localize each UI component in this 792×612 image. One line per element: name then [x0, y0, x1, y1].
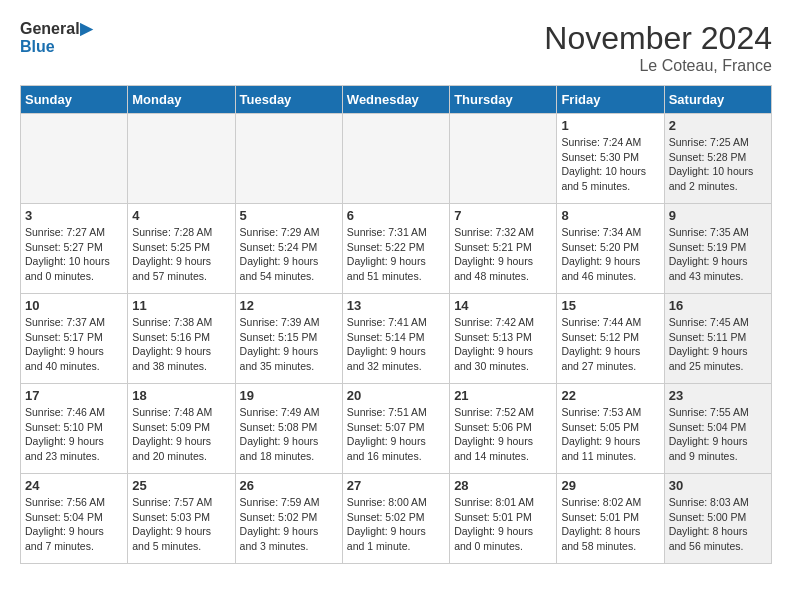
day-info: Sunrise: 7:55 AM Sunset: 5:04 PM Dayligh… [669, 405, 767, 464]
day-number: 3 [25, 208, 123, 223]
calendar-cell: 20Sunrise: 7:51 AM Sunset: 5:07 PM Dayli… [342, 384, 449, 474]
day-info: Sunrise: 7:29 AM Sunset: 5:24 PM Dayligh… [240, 225, 338, 284]
calendar-week-3: 10Sunrise: 7:37 AM Sunset: 5:17 PM Dayli… [21, 294, 772, 384]
month-title: November 2024 [544, 20, 772, 57]
day-info: Sunrise: 8:03 AM Sunset: 5:00 PM Dayligh… [669, 495, 767, 554]
day-number: 22 [561, 388, 659, 403]
weekday-header-sunday: Sunday [21, 86, 128, 114]
day-number: 12 [240, 298, 338, 313]
weekday-header-wednesday: Wednesday [342, 86, 449, 114]
day-info: Sunrise: 7:48 AM Sunset: 5:09 PM Dayligh… [132, 405, 230, 464]
calendar-cell: 8Sunrise: 7:34 AM Sunset: 5:20 PM Daylig… [557, 204, 664, 294]
calendar-cell: 6Sunrise: 7:31 AM Sunset: 5:22 PM Daylig… [342, 204, 449, 294]
calendar-cell: 11Sunrise: 7:38 AM Sunset: 5:16 PM Dayli… [128, 294, 235, 384]
day-info: Sunrise: 7:44 AM Sunset: 5:12 PM Dayligh… [561, 315, 659, 374]
day-number: 7 [454, 208, 552, 223]
calendar-cell: 17Sunrise: 7:46 AM Sunset: 5:10 PM Dayli… [21, 384, 128, 474]
day-info: Sunrise: 7:34 AM Sunset: 5:20 PM Dayligh… [561, 225, 659, 284]
calendar-cell: 30Sunrise: 8:03 AM Sunset: 5:00 PM Dayli… [664, 474, 771, 564]
day-info: Sunrise: 7:28 AM Sunset: 5:25 PM Dayligh… [132, 225, 230, 284]
day-number: 23 [669, 388, 767, 403]
day-number: 17 [25, 388, 123, 403]
day-number: 25 [132, 478, 230, 493]
calendar-body: 1Sunrise: 7:24 AM Sunset: 5:30 PM Daylig… [21, 114, 772, 564]
calendar-cell: 23Sunrise: 7:55 AM Sunset: 5:04 PM Dayli… [664, 384, 771, 474]
day-info: Sunrise: 7:45 AM Sunset: 5:11 PM Dayligh… [669, 315, 767, 374]
header: General▶ Blue November 2024 Le Coteau, F… [20, 20, 772, 75]
calendar-cell: 10Sunrise: 7:37 AM Sunset: 5:17 PM Dayli… [21, 294, 128, 384]
calendar-cell: 27Sunrise: 8:00 AM Sunset: 5:02 PM Dayli… [342, 474, 449, 564]
day-info: Sunrise: 7:42 AM Sunset: 5:13 PM Dayligh… [454, 315, 552, 374]
title-area: November 2024 Le Coteau, France [544, 20, 772, 75]
calendar-cell [21, 114, 128, 204]
calendar-header-row: SundayMondayTuesdayWednesdayThursdayFrid… [21, 86, 772, 114]
day-info: Sunrise: 7:25 AM Sunset: 5:28 PM Dayligh… [669, 135, 767, 194]
day-info: Sunrise: 8:01 AM Sunset: 5:01 PM Dayligh… [454, 495, 552, 554]
day-number: 11 [132, 298, 230, 313]
day-info: Sunrise: 8:02 AM Sunset: 5:01 PM Dayligh… [561, 495, 659, 554]
day-info: Sunrise: 7:49 AM Sunset: 5:08 PM Dayligh… [240, 405, 338, 464]
calendar-cell: 29Sunrise: 8:02 AM Sunset: 5:01 PM Dayli… [557, 474, 664, 564]
day-info: Sunrise: 7:56 AM Sunset: 5:04 PM Dayligh… [25, 495, 123, 554]
calendar-cell: 16Sunrise: 7:45 AM Sunset: 5:11 PM Dayli… [664, 294, 771, 384]
day-number: 16 [669, 298, 767, 313]
calendar-table: SundayMondayTuesdayWednesdayThursdayFrid… [20, 85, 772, 564]
calendar-cell: 3Sunrise: 7:27 AM Sunset: 5:27 PM Daylig… [21, 204, 128, 294]
day-number: 19 [240, 388, 338, 403]
calendar-week-4: 17Sunrise: 7:46 AM Sunset: 5:10 PM Dayli… [21, 384, 772, 474]
calendar-week-2: 3Sunrise: 7:27 AM Sunset: 5:27 PM Daylig… [21, 204, 772, 294]
calendar-cell: 4Sunrise: 7:28 AM Sunset: 5:25 PM Daylig… [128, 204, 235, 294]
calendar-cell: 15Sunrise: 7:44 AM Sunset: 5:12 PM Dayli… [557, 294, 664, 384]
calendar-cell: 9Sunrise: 7:35 AM Sunset: 5:19 PM Daylig… [664, 204, 771, 294]
calendar-cell: 22Sunrise: 7:53 AM Sunset: 5:05 PM Dayli… [557, 384, 664, 474]
day-number: 26 [240, 478, 338, 493]
calendar-cell: 19Sunrise: 7:49 AM Sunset: 5:08 PM Dayli… [235, 384, 342, 474]
weekday-header-thursday: Thursday [450, 86, 557, 114]
day-number: 6 [347, 208, 445, 223]
day-info: Sunrise: 7:39 AM Sunset: 5:15 PM Dayligh… [240, 315, 338, 374]
calendar-cell [235, 114, 342, 204]
day-number: 9 [669, 208, 767, 223]
day-info: Sunrise: 7:37 AM Sunset: 5:17 PM Dayligh… [25, 315, 123, 374]
weekday-header-tuesday: Tuesday [235, 86, 342, 114]
day-number: 29 [561, 478, 659, 493]
calendar-cell [342, 114, 449, 204]
day-number: 8 [561, 208, 659, 223]
day-info: Sunrise: 7:52 AM Sunset: 5:06 PM Dayligh… [454, 405, 552, 464]
logo: General▶ Blue [20, 20, 92, 55]
day-number: 14 [454, 298, 552, 313]
calendar-cell: 14Sunrise: 7:42 AM Sunset: 5:13 PM Dayli… [450, 294, 557, 384]
day-number: 1 [561, 118, 659, 133]
day-number: 5 [240, 208, 338, 223]
weekday-header-saturday: Saturday [664, 86, 771, 114]
calendar-cell [128, 114, 235, 204]
calendar-cell: 5Sunrise: 7:29 AM Sunset: 5:24 PM Daylig… [235, 204, 342, 294]
calendar-cell: 21Sunrise: 7:52 AM Sunset: 5:06 PM Dayli… [450, 384, 557, 474]
calendar-cell: 26Sunrise: 7:59 AM Sunset: 5:02 PM Dayli… [235, 474, 342, 564]
day-info: Sunrise: 7:46 AM Sunset: 5:10 PM Dayligh… [25, 405, 123, 464]
calendar-cell: 13Sunrise: 7:41 AM Sunset: 5:14 PM Dayli… [342, 294, 449, 384]
calendar-cell: 25Sunrise: 7:57 AM Sunset: 5:03 PM Dayli… [128, 474, 235, 564]
day-number: 30 [669, 478, 767, 493]
day-number: 27 [347, 478, 445, 493]
weekday-header-friday: Friday [557, 86, 664, 114]
day-info: Sunrise: 7:24 AM Sunset: 5:30 PM Dayligh… [561, 135, 659, 194]
day-number: 13 [347, 298, 445, 313]
calendar-cell: 18Sunrise: 7:48 AM Sunset: 5:09 PM Dayli… [128, 384, 235, 474]
calendar-cell: 28Sunrise: 8:01 AM Sunset: 5:01 PM Dayli… [450, 474, 557, 564]
day-info: Sunrise: 7:41 AM Sunset: 5:14 PM Dayligh… [347, 315, 445, 374]
day-info: Sunrise: 7:59 AM Sunset: 5:02 PM Dayligh… [240, 495, 338, 554]
day-info: Sunrise: 7:38 AM Sunset: 5:16 PM Dayligh… [132, 315, 230, 374]
day-info: Sunrise: 7:31 AM Sunset: 5:22 PM Dayligh… [347, 225, 445, 284]
calendar-cell: 2Sunrise: 7:25 AM Sunset: 5:28 PM Daylig… [664, 114, 771, 204]
calendar-cell: 1Sunrise: 7:24 AM Sunset: 5:30 PM Daylig… [557, 114, 664, 204]
day-number: 28 [454, 478, 552, 493]
day-info: Sunrise: 7:32 AM Sunset: 5:21 PM Dayligh… [454, 225, 552, 284]
day-info: Sunrise: 7:53 AM Sunset: 5:05 PM Dayligh… [561, 405, 659, 464]
calendar-week-5: 24Sunrise: 7:56 AM Sunset: 5:04 PM Dayli… [21, 474, 772, 564]
day-number: 24 [25, 478, 123, 493]
day-info: Sunrise: 7:57 AM Sunset: 5:03 PM Dayligh… [132, 495, 230, 554]
day-number: 15 [561, 298, 659, 313]
calendar-cell: 7Sunrise: 7:32 AM Sunset: 5:21 PM Daylig… [450, 204, 557, 294]
weekday-header-monday: Monday [128, 86, 235, 114]
